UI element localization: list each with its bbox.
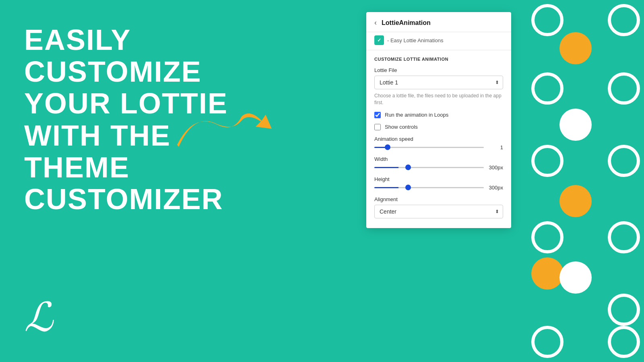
animation-speed-slider[interactable] bbox=[374, 147, 484, 148]
circle-3 bbox=[559, 32, 592, 64]
loop-checkbox-row: Run the animation in Loops bbox=[374, 112, 503, 118]
circle-15 bbox=[531, 326, 564, 358]
circle-5 bbox=[608, 72, 640, 105]
animation-speed-row: 1 bbox=[374, 144, 503, 150]
arrow-decoration bbox=[169, 105, 278, 161]
plugin-name: - Easy Lottie Animations bbox=[387, 37, 443, 43]
circle-1 bbox=[531, 4, 564, 36]
alignment-wrapper: Left Center Right ⬍ bbox=[374, 205, 503, 218]
animation-speed-value: 1 bbox=[487, 144, 503, 150]
show-controls-label: Show controls bbox=[385, 124, 418, 130]
circle-2 bbox=[608, 4, 640, 36]
width-label: Width bbox=[374, 156, 503, 162]
circle-16 bbox=[608, 326, 640, 358]
section-title: CUSTOMIZE LOTTIE ANIMATION bbox=[374, 57, 503, 62]
alignment-section: Alignment Left Center Right ⬍ bbox=[374, 196, 503, 218]
circle-8 bbox=[608, 145, 640, 177]
circle-13 bbox=[559, 261, 592, 294]
heading-line2: CUSTOMIZE bbox=[24, 56, 258, 88]
loop-label: Run the animation in Loops bbox=[385, 112, 448, 118]
height-slider[interactable] bbox=[374, 187, 484, 188]
back-button[interactable]: ‹ bbox=[374, 19, 377, 27]
alignment-select[interactable]: Left Center Right bbox=[374, 205, 503, 218]
alignment-label: Alignment bbox=[374, 196, 503, 202]
animation-speed-label: Animation speed bbox=[374, 136, 503, 142]
panel-title: LottieAnimation bbox=[382, 19, 431, 27]
heading-line1: EASILY bbox=[24, 24, 258, 56]
width-row: 300px bbox=[374, 165, 503, 171]
circle-11 bbox=[608, 221, 640, 253]
height-section: Height 300px bbox=[374, 176, 503, 191]
circle-7 bbox=[531, 145, 564, 177]
lottie-file-wrapper: Lottie 1 Lottie 2 Lottie 3 ⬍ bbox=[374, 76, 503, 89]
animation-speed-section: Animation speed 1 bbox=[374, 136, 503, 150]
width-slider[interactable] bbox=[374, 167, 484, 168]
circle-14 bbox=[608, 294, 640, 326]
loop-checkbox[interactable] bbox=[374, 112, 381, 118]
show-controls-checkbox-row: Show controls bbox=[374, 124, 503, 130]
lottie-file-label: Lottie File bbox=[374, 67, 503, 73]
plugin-icon: ✓ bbox=[374, 35, 384, 45]
width-value: 300px bbox=[487, 165, 503, 171]
lottie-logo: ℒ bbox=[24, 298, 53, 338]
circle-12 bbox=[531, 257, 564, 290]
customizer-panel: ‹ LottieAnimation ✓ - Easy Lottie Animat… bbox=[366, 12, 511, 228]
circle-9 bbox=[559, 185, 592, 217]
circle-10 bbox=[531, 221, 564, 253]
height-value: 300px bbox=[487, 185, 503, 191]
show-controls-checkbox[interactable] bbox=[374, 124, 381, 130]
panel-header: ‹ LottieAnimation bbox=[366, 12, 511, 32]
lottie-file-helper: Choose a lottie file, the files need to … bbox=[374, 93, 503, 106]
circle-6 bbox=[559, 109, 592, 141]
plugin-branding: ✓ - Easy Lottie Animations bbox=[366, 32, 511, 50]
width-section: Width 300px bbox=[374, 156, 503, 171]
height-row: 300px bbox=[374, 185, 503, 191]
circle-4 bbox=[531, 72, 564, 105]
height-label: Height bbox=[374, 176, 503, 182]
lottie-file-select[interactable]: Lottie 1 Lottie 2 Lottie 3 bbox=[374, 76, 503, 89]
heading-line6: CUSTOMIZER bbox=[24, 183, 258, 215]
panel-body: CUSTOMIZE LOTTIE ANIMATION Lottie File L… bbox=[366, 50, 511, 228]
